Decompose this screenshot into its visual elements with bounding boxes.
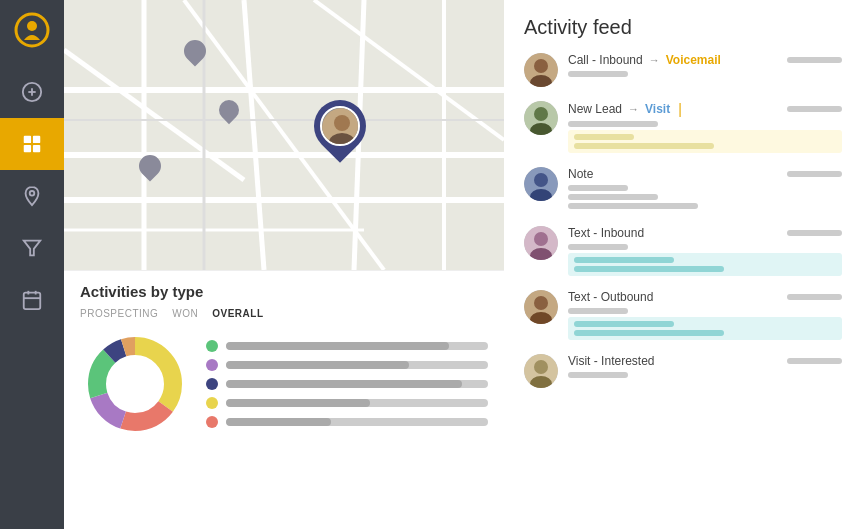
feed-cyan-bar-5a: [574, 321, 674, 327]
feed-bar-5a: [568, 308, 628, 314]
legend-list: [206, 340, 488, 428]
feed-link-1[interactable]: Voicemail: [666, 53, 721, 67]
tab-won[interactable]: WON: [172, 308, 198, 319]
legend-dot-3: [206, 378, 218, 390]
feed-label-3: Note: [568, 167, 593, 181]
svg-point-55: [534, 360, 548, 374]
map-pin-3: [139, 155, 161, 177]
feed-bar-3c: [568, 203, 698, 209]
legend-item-3: [206, 378, 488, 390]
activities-tabs: PROSPECTING WON OVERALL: [80, 308, 488, 319]
sidebar-item-dashboard[interactable]: [0, 118, 64, 170]
feed-right-bar-2: [787, 106, 842, 112]
feed-label-5: Text - Outbound: [568, 290, 653, 304]
feed-content-1: Call - Inbound → Voicemail: [568, 53, 842, 80]
feed-content-6: Visit - Interested: [568, 354, 842, 381]
map-pin-1: [184, 40, 206, 62]
feed-item-4: Text - Inbound: [524, 226, 842, 276]
feed-content-3: Note: [568, 167, 842, 212]
feed-bar-2a: [568, 121, 658, 127]
svg-rect-8: [33, 145, 40, 152]
activities-section: Activities by type PROSPECTING WON OVERA…: [64, 270, 504, 529]
feed-bar-3a: [568, 185, 628, 191]
svg-point-43: [534, 107, 548, 121]
tab-prospecting[interactable]: PROSPECTING: [80, 308, 158, 319]
feed-avatar-3: [524, 167, 558, 201]
feed-title: Activity feed: [524, 16, 842, 39]
tab-overall[interactable]: OVERALL: [212, 308, 263, 319]
feed-label-4: Text - Inbound: [568, 226, 644, 240]
legend-bar-4: [226, 399, 488, 407]
feed-cyan-bar-5b: [574, 330, 724, 336]
feed-content-5: Text - Outbound: [568, 290, 842, 340]
legend-item-4: [206, 397, 488, 409]
logo-icon[interactable]: [14, 12, 50, 48]
feed-link-2[interactable]: Visit: [645, 102, 670, 116]
svg-point-1: [27, 21, 37, 31]
sidebar: [0, 0, 64, 529]
sidebar-item-filter[interactable]: [0, 222, 64, 274]
feed-highlight-bar-2b: [574, 143, 714, 149]
activity-feed: Activity feed Call - Inbound → Voicemail: [504, 0, 862, 529]
feed-right-bar-3: [787, 171, 842, 177]
legend-item-1: [206, 340, 488, 352]
sidebar-item-location[interactable]: [0, 170, 64, 222]
legend-bar-5: [226, 418, 488, 426]
feed-label-1: Call - Inbound: [568, 53, 643, 67]
feed-avatar-6: [524, 354, 558, 388]
svg-rect-6: [33, 136, 40, 143]
svg-point-40: [534, 59, 548, 73]
legend-item-2: [206, 359, 488, 371]
chart-area: [80, 329, 488, 439]
feed-right-bar-4: [787, 230, 842, 236]
feed-content-4: Text - Inbound: [568, 226, 842, 276]
legend-dot-5: [206, 416, 218, 428]
feed-item-1: Call - Inbound → Voicemail: [524, 53, 842, 87]
feed-avatar-5: [524, 290, 558, 324]
feed-right-bar-1: [787, 57, 842, 63]
legend-bar-1: [226, 342, 488, 350]
legend-dot-2: [206, 359, 218, 371]
feed-label-6: Visit - Interested: [568, 354, 654, 368]
feed-item-2: New Lead → Visit |: [524, 101, 842, 153]
map-pin-2: [219, 100, 239, 120]
map-pin-primary[interactable]: [314, 100, 366, 152]
legend-dot-4: [206, 397, 218, 409]
feed-avatar-4: [524, 226, 558, 260]
feed-avatar-2: [524, 101, 558, 135]
svg-point-49: [534, 232, 548, 246]
svg-point-46: [534, 173, 548, 187]
feed-item-6: Visit - Interested: [524, 354, 842, 388]
svg-point-9: [30, 191, 35, 196]
feed-bar-1a: [568, 71, 628, 77]
feed-cyan-bar-4b: [574, 266, 724, 272]
svg-rect-5: [24, 136, 31, 143]
donut-chart: [80, 329, 190, 439]
feed-item-3: Note: [524, 167, 842, 212]
feed-right-bar-6: [787, 358, 842, 364]
legend-dot-1: [206, 340, 218, 352]
sidebar-item-calendar[interactable]: [0, 274, 64, 326]
legend-bar-3: [226, 380, 488, 388]
svg-point-52: [534, 296, 548, 310]
top-area: Activities by type PROSPECTING WON OVERA…: [64, 0, 862, 529]
svg-rect-7: [24, 145, 31, 152]
feed-cyan-4: [568, 253, 842, 276]
feed-right-bar-5: [787, 294, 842, 300]
map-section: [64, 0, 504, 270]
svg-point-30: [334, 115, 350, 131]
feed-cyan-5: [568, 317, 842, 340]
sidebar-item-add[interactable]: [0, 66, 64, 118]
svg-rect-11: [24, 293, 41, 310]
feed-highlight-2: [568, 130, 842, 153]
feed-avatar-1: [524, 53, 558, 87]
legend-item-5: [206, 416, 488, 428]
feed-bar-3b: [568, 194, 658, 200]
feed-cyan-bar-4a: [574, 257, 674, 263]
legend-bar-2: [226, 361, 488, 369]
svg-point-38: [107, 356, 163, 412]
feed-item-5: Text - Outbound: [524, 290, 842, 340]
activities-title: Activities by type: [80, 283, 488, 300]
feed-label-2: New Lead: [568, 102, 622, 116]
main-content: Activities by type PROSPECTING WON OVERA…: [64, 0, 862, 529]
